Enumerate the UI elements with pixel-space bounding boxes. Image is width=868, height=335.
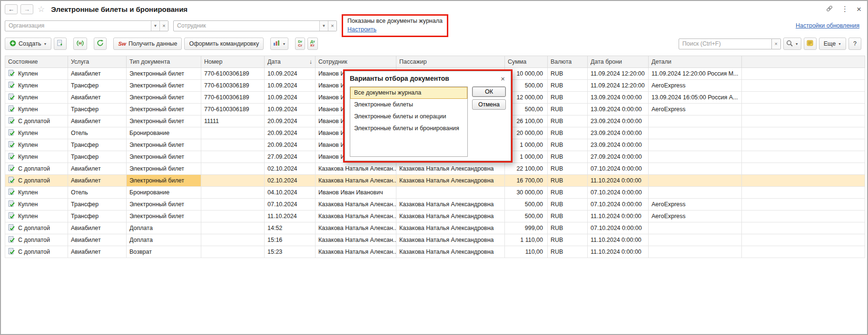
cell-state[interactable]: Куплен bbox=[5, 151, 68, 163]
cell-currency[interactable]: RUB bbox=[548, 211, 588, 222]
cell-type[interactable]: Электронный билет bbox=[127, 115, 201, 127]
cell-booking-date[interactable]: 11.10.2024 0:00:00 bbox=[588, 175, 649, 187]
col-header-employee[interactable]: Сотрудник bbox=[316, 56, 396, 68]
cell-state[interactable]: Куплен bbox=[5, 104, 68, 115]
cell-booking-date[interactable]: 11.09.2024 12:20:00 bbox=[588, 80, 649, 92]
cell-service[interactable]: Трансфер bbox=[68, 139, 127, 151]
cell-number[interactable] bbox=[201, 151, 265, 163]
dr-cr-button[interactable]: DrCr bbox=[295, 38, 305, 50]
report-button[interactable] bbox=[804, 38, 817, 50]
cell-details[interactable]: 11.09.2024 12:20:00 Россия М... bbox=[649, 68, 742, 80]
cell-date[interactable]: 14:52 bbox=[265, 222, 316, 234]
cell-amount[interactable]: 30 000,00 bbox=[505, 187, 548, 199]
cell-details[interactable] bbox=[649, 234, 742, 246]
cell-passenger[interactable]: Казакова Наталья Александровна bbox=[396, 246, 505, 258]
cell-number[interactable]: 770-6100306189 bbox=[201, 92, 265, 104]
table-row[interactable]: С доплатой Авиабилет Электронный билет 0… bbox=[5, 163, 865, 175]
cell-service[interactable]: Авиабилет bbox=[68, 175, 127, 187]
document-plus-button[interactable] bbox=[54, 38, 67, 50]
cell-date[interactable]: 10.09.2024 bbox=[265, 68, 316, 80]
cell-service[interactable]: Отель bbox=[68, 127, 127, 139]
cell-details[interactable] bbox=[649, 187, 742, 199]
cell-type[interactable]: Электронный билет bbox=[127, 199, 201, 211]
cell-date[interactable]: 04.10.2024 bbox=[265, 187, 316, 199]
cell-currency[interactable]: RUB bbox=[548, 139, 588, 151]
cell-details[interactable] bbox=[649, 115, 742, 127]
cell-amount[interactable]: 1 110,00 bbox=[505, 234, 548, 246]
cell-passenger[interactable]: Казакова Наталья Александровна bbox=[396, 222, 505, 234]
cell-currency[interactable]: RUB bbox=[548, 68, 588, 80]
cell-currency[interactable]: RUB bbox=[548, 80, 588, 92]
col-header-booking[interactable]: Дата брони bbox=[588, 56, 649, 68]
cell-number[interactable] bbox=[201, 234, 265, 246]
cell-date[interactable]: 20.09.2024 bbox=[265, 127, 316, 139]
cell-type[interactable]: Доплата bbox=[127, 234, 201, 246]
copy-link-icon[interactable] bbox=[826, 5, 833, 14]
search-button[interactable]: ▼ bbox=[783, 38, 801, 50]
create-button[interactable]: Создать ▼ bbox=[5, 38, 51, 50]
cell-details[interactable] bbox=[649, 151, 742, 163]
table-row[interactable]: Куплен Трансфер Электронный билет 07.10.… bbox=[5, 199, 865, 211]
cell-currency[interactable]: RUB bbox=[548, 151, 588, 163]
cell-booking-date[interactable]: 07.10.2024 0:00:00 bbox=[588, 187, 649, 199]
cell-type[interactable]: Бронирование bbox=[127, 127, 201, 139]
cell-booking-date[interactable]: 11.10.2024 0:00:00 bbox=[588, 246, 649, 258]
search-clear-icon[interactable]: × bbox=[772, 38, 781, 49]
cell-state[interactable]: Куплен bbox=[5, 80, 68, 92]
cell-date[interactable]: 02.10.2024 bbox=[265, 163, 316, 175]
cell-type[interactable]: Электронный билет bbox=[127, 163, 201, 175]
cell-service[interactable]: Трансфер bbox=[68, 199, 127, 211]
cell-type[interactable]: Возврат bbox=[127, 246, 201, 258]
cell-details[interactable] bbox=[649, 127, 742, 139]
cell-date[interactable]: 15:23 bbox=[265, 246, 316, 258]
cell-state[interactable]: С доплатой bbox=[5, 163, 68, 175]
cell-service[interactable]: Авиабилет bbox=[68, 222, 127, 234]
cell-amount[interactable]: 16 700,00 bbox=[505, 175, 548, 187]
table-row[interactable]: С доплатой Авиабилет Доплата 14:52 Казак… bbox=[5, 222, 865, 234]
cell-amount[interactable]: 22 100,00 bbox=[505, 163, 548, 175]
cell-currency[interactable]: RUB bbox=[548, 163, 588, 175]
cell-service[interactable]: Авиабилет bbox=[68, 234, 127, 246]
cell-state[interactable]: Куплен bbox=[5, 92, 68, 104]
cell-booking-date[interactable]: 07.10.2024 0:00:00 bbox=[588, 163, 649, 175]
cell-amount[interactable]: 999,00 bbox=[505, 222, 548, 234]
table-row[interactable]: С доплатой Авиабилет Доплата 15:16 Казак… bbox=[5, 234, 865, 246]
cell-state[interactable]: С доплатой bbox=[5, 115, 68, 127]
cell-service[interactable]: Авиабилет bbox=[68, 163, 127, 175]
configure-filter-link[interactable]: Настроить bbox=[347, 26, 376, 33]
organization-clear-icon[interactable]: × bbox=[159, 21, 168, 31]
cell-service[interactable]: Отель bbox=[68, 187, 127, 199]
cell-date[interactable]: 07.10.2024 bbox=[265, 199, 316, 211]
col-header-type[interactable]: Тип документа bbox=[127, 56, 201, 68]
cell-passenger[interactable]: Казакова Наталья Александровна bbox=[396, 199, 505, 211]
cell-booking-date[interactable]: 23.09.2024 0:00:00 bbox=[588, 139, 649, 151]
cell-booking-date[interactable]: 23.09.2024 0:00:00 bbox=[588, 115, 649, 127]
cell-date[interactable]: 10.09.2024 bbox=[265, 80, 316, 92]
more-button[interactable]: Еще ▼ bbox=[819, 38, 846, 50]
cell-details[interactable]: AeroExpress bbox=[649, 80, 742, 92]
cell-details[interactable] bbox=[649, 163, 742, 175]
cell-type[interactable]: Электронный билет bbox=[127, 175, 201, 187]
cell-number[interactable] bbox=[201, 222, 265, 234]
cell-details[interactable] bbox=[649, 246, 742, 258]
cell-service[interactable]: Авиабилет bbox=[68, 68, 127, 80]
cell-booking-date[interactable]: 07.10.2024 0:00:00 bbox=[588, 199, 649, 211]
cell-type[interactable]: Доплата bbox=[127, 222, 201, 234]
col-header-currency[interactable]: Валюта bbox=[548, 56, 588, 68]
col-header-state[interactable]: Состояние bbox=[5, 56, 68, 68]
table-row[interactable]: С доплатой Авиабилет Возврат 15:23 Казак… bbox=[5, 246, 865, 258]
cell-currency[interactable]: RUB bbox=[548, 104, 588, 115]
cell-amount[interactable]: 500,00 bbox=[505, 199, 548, 211]
col-header-service[interactable]: Услуга bbox=[68, 56, 127, 68]
back-button[interactable]: ← bbox=[5, 4, 18, 14]
business-trip-button[interactable]: Оформить командировку bbox=[184, 38, 264, 50]
dialog-cancel-button[interactable]: Отмена bbox=[472, 99, 506, 110]
cell-date[interactable]: 02.10.2024 bbox=[265, 175, 316, 187]
cell-state[interactable]: С доплатой bbox=[5, 222, 68, 234]
dt-kt-button[interactable]: ДтКт bbox=[307, 38, 318, 50]
favorite-star-icon[interactable]: ☆ bbox=[38, 4, 45, 14]
cell-service[interactable]: Авиабилет bbox=[68, 92, 127, 104]
cell-employee[interactable]: Казакова Наталья Алексан... bbox=[316, 211, 396, 222]
cell-date[interactable]: 27.09.2024 bbox=[265, 151, 316, 163]
cell-currency[interactable]: RUB bbox=[548, 234, 588, 246]
